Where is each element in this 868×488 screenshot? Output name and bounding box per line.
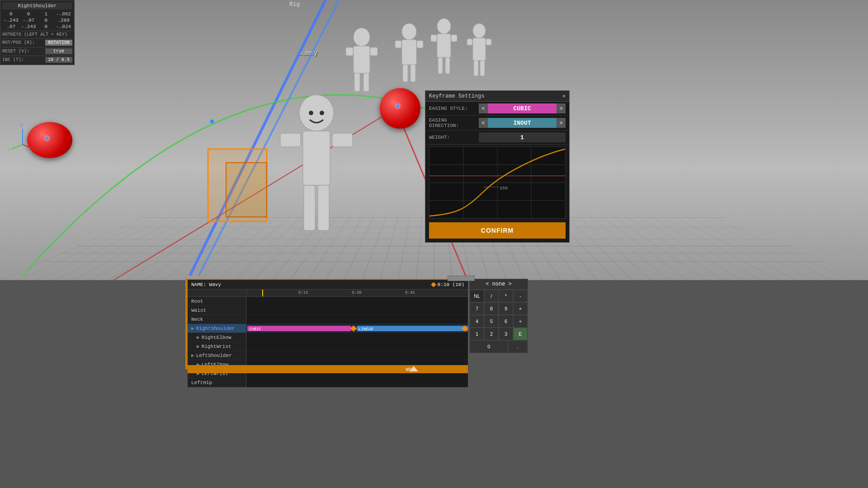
calc-row-4: 1 2 3 E	[470, 328, 528, 340]
svg-rect-17	[354, 46, 370, 73]
timeline-header: NAME: Wavy 0:10 (10)	[188, 280, 468, 290]
keyframe-dialog: Keyframe Settings ✕ EASING STYLE: < CUBI…	[425, 90, 570, 243]
calc-add2-button[interactable]: +	[513, 315, 528, 328]
content-neck	[246, 315, 468, 324]
track-right-elbow[interactable]: ▶RightElbow	[188, 333, 246, 342]
svg-point-28	[437, 19, 451, 34]
svg-rect-26	[403, 65, 408, 82]
kf-close-button[interactable]: ✕	[562, 93, 566, 99]
info-panel: RightShoulder 0 0 1 -.062 -.243 -.97 0 .…	[0, 0, 75, 65]
matrix-row-3: .97 -.243 0 -.024	[2, 24, 72, 29]
calc-mul-button[interactable]: *	[499, 290, 513, 302]
calc-0-button[interactable]: 0	[470, 340, 508, 353]
svg-rect-33	[445, 57, 450, 74]
expand-arrow-right-wrist: ▶	[197, 343, 200, 349]
calc-add-button[interactable]: +	[513, 302, 528, 315]
weight-label: WEIGHT:	[429, 135, 479, 140]
kf-titlebar: Keyframe Settings ✕	[425, 91, 569, 102]
svg-rect-37	[486, 39, 491, 45]
expand-arrow-right-elbow: ▶	[197, 334, 200, 340]
svg-rect-18	[346, 47, 353, 56]
svg-rect-32	[438, 57, 443, 74]
confirm-button[interactable]: CONFIRM	[429, 222, 566, 239]
calc-4-button[interactable]: 4	[470, 315, 484, 328]
track-content[interactable]: CUBIC LINEAR	[246, 297, 468, 387]
calc-row-5: 0 .	[470, 340, 528, 353]
calc-nl-button[interactable]: NL	[470, 290, 484, 302]
np-bar: NP	[188, 365, 468, 373]
svg-rect-19	[370, 47, 377, 56]
content-right-elbow	[246, 333, 468, 342]
easing-direction-next-button[interactable]: >	[557, 118, 566, 128]
calc-8-button[interactable]: 8	[484, 302, 499, 315]
content-right-shoulder[interactable]: CUBIC LINEAR	[246, 324, 468, 333]
dummy-label: Dummy	[298, 50, 317, 57]
svg-rect-35	[473, 38, 486, 61]
easing-style-prev-button[interactable]: <	[479, 103, 488, 113]
calc-enter-button[interactable]: E	[513, 328, 528, 340]
kf-bar-cubic[interactable]: CUBIC	[247, 326, 351, 331]
calc-row-2: 7 8 9 +	[470, 302, 528, 315]
easing-style-label: EASING STYLE:	[429, 106, 479, 111]
svg-rect-13	[332, 133, 353, 147]
axis-indicator: X Y Z	[7, 122, 38, 154]
calc-1-button[interactable]: 1	[470, 328, 484, 340]
weight-value[interactable]: 1	[479, 132, 566, 142]
svg-rect-38	[474, 61, 478, 76]
svg-rect-4	[208, 149, 267, 221]
track-left-shoulder[interactable]: ▶LeftShoulder	[188, 351, 246, 360]
calc-2-button[interactable]: 2	[484, 328, 499, 340]
calc-row-3: 4 5 6 +	[470, 315, 528, 328]
calc-6-button[interactable]: 6	[499, 315, 513, 328]
svg-point-16	[354, 28, 370, 46]
scrub-indicator[interactable]	[448, 276, 475, 281]
content-left-shoulder	[246, 351, 468, 360]
matrix-row-1: 0 0 1 -.062	[2, 11, 72, 17]
track-right-shoulder[interactable]: ▶RightShoulder	[188, 324, 246, 333]
svg-rect-27	[410, 65, 415, 82]
svg-rect-20	[354, 73, 360, 91]
svg-line-42	[11, 145, 23, 149]
easing-graph-svg: 15%	[429, 147, 565, 218]
content-left-hip	[246, 378, 468, 387]
easing-direction-label: EASING DIRECTION:	[429, 117, 479, 128]
track-right-wrist[interactable]: ▶RightWrist	[188, 342, 246, 351]
easing-direction-row: EASING DIRECTION: < INOUT >	[425, 116, 569, 131]
kf-diamond-middle[interactable]	[350, 325, 357, 332]
expand-arrow-right-shoulder: ▶	[191, 325, 194, 331]
content-right-wrist	[246, 342, 468, 351]
track-neck: Neck	[188, 315, 246, 324]
calc-sub-button[interactable]: -	[513, 290, 528, 302]
calc-row-1: NL / * -	[470, 290, 528, 302]
timeline-time: 0:10 (10)	[438, 282, 464, 287]
svg-rect-5	[226, 163, 267, 217]
svg-rect-39	[480, 61, 485, 76]
calc-div-button[interactable]: /	[484, 290, 499, 302]
svg-rect-11	[303, 131, 330, 185]
content-waist	[246, 306, 468, 315]
calc-9-button[interactable]: 9	[499, 302, 513, 315]
svg-rect-24	[395, 41, 401, 48]
hotkeys-row: HOTKEYS (LEFT ALT + KEY)	[2, 31, 72, 37]
easing-style-row: EASING STYLE: < CUBIC >	[425, 102, 569, 116]
svg-rect-21	[363, 73, 369, 91]
red-sphere-main[interactable]	[380, 88, 420, 129]
track-root: Root	[188, 297, 246, 306]
calc-display: < none >	[470, 279, 528, 290]
expand-arrow-left-shoulder: ▶	[191, 352, 194, 358]
easing-style-next-button[interactable]: >	[557, 103, 566, 113]
easing-direction-prev-button[interactable]: <	[479, 118, 488, 128]
svg-text:Y: Y	[8, 148, 10, 152]
rot-pos-row: ROT/POS (R): ROTATION	[2, 38, 72, 46]
weight-row: WEIGHT: 1	[425, 131, 569, 145]
svg-text:15%: 15%	[500, 186, 508, 191]
calc-7-button[interactable]: 7	[470, 302, 484, 315]
svg-point-34	[473, 23, 486, 38]
svg-point-9	[309, 111, 313, 115]
calc-dot-button[interactable]: .	[508, 340, 528, 353]
calc-3-button[interactable]: 3	[499, 328, 513, 340]
calc-5-button[interactable]: 5	[484, 315, 499, 328]
kf-bar-linear[interactable]: LINEAR	[357, 326, 468, 331]
track-waist: Waist	[188, 306, 246, 315]
svg-rect-36	[467, 39, 472, 45]
